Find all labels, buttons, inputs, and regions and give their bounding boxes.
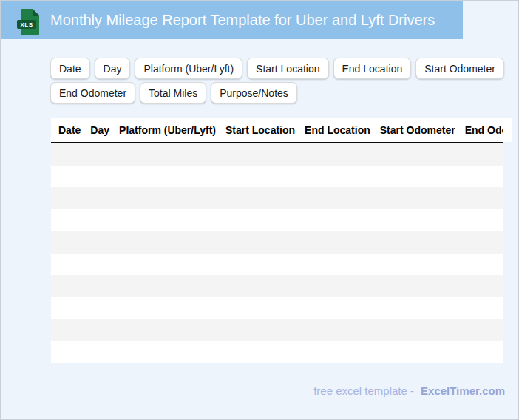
column-header: End Odometer xyxy=(465,124,503,136)
table-row xyxy=(51,319,503,342)
table-row xyxy=(51,143,503,166)
column-tag-chip[interactable]: Day xyxy=(95,58,131,79)
table-row xyxy=(51,254,503,276)
column-tag-chip[interactable]: End Odometer xyxy=(50,82,135,104)
xls-file-icon: XLS xyxy=(17,7,41,37)
table-row xyxy=(51,231,503,254)
footer-text: free excel template - xyxy=(313,385,414,397)
column-tag-chip[interactable]: Start Location xyxy=(247,58,328,79)
xls-label: XLS xyxy=(17,20,36,29)
xls-file-fold-corner-icon xyxy=(33,9,39,16)
column-header: Start Location xyxy=(225,124,295,136)
page: XLS Monthly Mileage Report Template for … xyxy=(0,0,519,420)
column-tag-row: End OdometerTotal MilesPurpose/Notes xyxy=(50,82,504,104)
table-row xyxy=(51,166,503,188)
footer: free excel template -ExcelTimer.com xyxy=(313,385,505,397)
table-header-cells: DateDayPlatform (Uber/Lyft)Start Locatio… xyxy=(51,118,503,142)
column-header: End Location xyxy=(305,124,370,136)
page-title: Monthly Mileage Report Template for Uber… xyxy=(50,1,435,39)
column-header: Platform (Uber/Lyft) xyxy=(119,124,216,136)
footer-brand-link[interactable]: ExcelTimer.com xyxy=(421,385,505,397)
table-header-row: DateDayPlatform (Uber/Lyft)Start Locatio… xyxy=(51,118,512,142)
table-body xyxy=(51,143,503,363)
column-tag-row: DateDayPlatform (Uber/Lyft)Start Locatio… xyxy=(50,58,504,79)
table-row xyxy=(51,341,503,363)
header-bar: XLS Monthly Mileage Report Template for … xyxy=(1,1,463,39)
column-tag-chip[interactable]: Start Odometer xyxy=(415,58,504,79)
column-tag-chip[interactable]: End Location xyxy=(333,58,412,79)
column-header: Day xyxy=(90,124,109,136)
table-row xyxy=(51,187,503,209)
column-header: Date xyxy=(58,124,81,136)
table-row xyxy=(51,275,503,297)
mileage-table: DateDayPlatform (Uber/Lyft)Start Locatio… xyxy=(51,118,512,363)
column-header: Start Odometer xyxy=(380,124,455,136)
table-row xyxy=(51,209,503,231)
column-tag-chip[interactable]: Purpose/Notes xyxy=(211,82,297,104)
column-tag-chip[interactable]: Platform (Uber/Lyft) xyxy=(135,58,242,79)
column-tag-chip[interactable]: Date xyxy=(50,58,90,79)
column-tag-chip[interactable]: Total Miles xyxy=(140,82,206,104)
column-tags: DateDayPlatform (Uber/Lyft)Start Locatio… xyxy=(50,58,504,104)
table-row xyxy=(51,297,503,319)
